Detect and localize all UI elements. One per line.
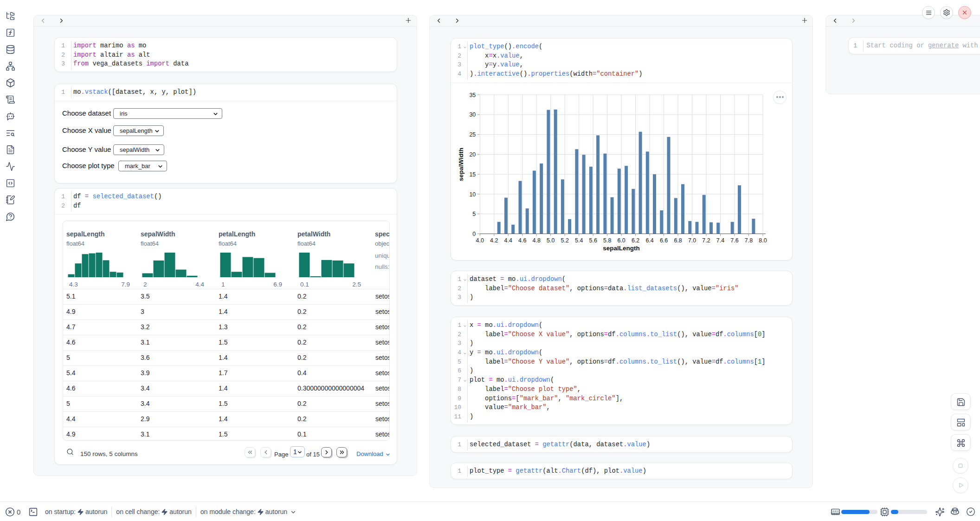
svg-text:7.4: 7.4 — [716, 237, 724, 243]
svg-text:5.8: 5.8 — [603, 237, 611, 243]
svg-text:10: 10 — [469, 191, 476, 197]
svg-text:5.4: 5.4 — [575, 237, 583, 243]
svg-text:4.8: 4.8 — [533, 237, 541, 243]
svg-text:sepalLength: sepalLength — [603, 245, 640, 252]
svg-text:4.0: 4.0 — [476, 237, 484, 243]
svg-text:4.2: 4.2 — [490, 237, 498, 243]
svg-text:25: 25 — [469, 131, 476, 138]
svg-text:5.2: 5.2 — [561, 237, 569, 243]
svg-text:5.0: 5.0 — [547, 237, 554, 243]
svg-text:7.8: 7.8 — [745, 237, 753, 243]
svg-text:4.4: 4.4 — [504, 237, 512, 243]
svg-text:6.2: 6.2 — [632, 237, 639, 243]
svg-text:sepalWidth: sepalWidth — [458, 148, 464, 181]
svg-text:5.6: 5.6 — [589, 237, 597, 243]
svg-text:5: 5 — [472, 211, 476, 217]
svg-text:20: 20 — [469, 151, 476, 157]
svg-text:15: 15 — [469, 171, 476, 177]
svg-text:0: 0 — [472, 231, 476, 237]
svg-text:30: 30 — [469, 111, 476, 118]
svg-text:6.6: 6.6 — [660, 237, 668, 243]
svg-text:35: 35 — [469, 91, 476, 98]
svg-text:7.2: 7.2 — [702, 237, 710, 243]
svg-text:6.8: 6.8 — [674, 237, 682, 243]
svg-text:6.0: 6.0 — [617, 237, 625, 243]
svg-text:7.0: 7.0 — [688, 237, 696, 243]
svg-text:7.6: 7.6 — [730, 237, 738, 243]
svg-text:4.6: 4.6 — [518, 237, 526, 243]
svg-text:8.0: 8.0 — [759, 237, 767, 243]
svg-text:6.4: 6.4 — [645, 237, 653, 243]
